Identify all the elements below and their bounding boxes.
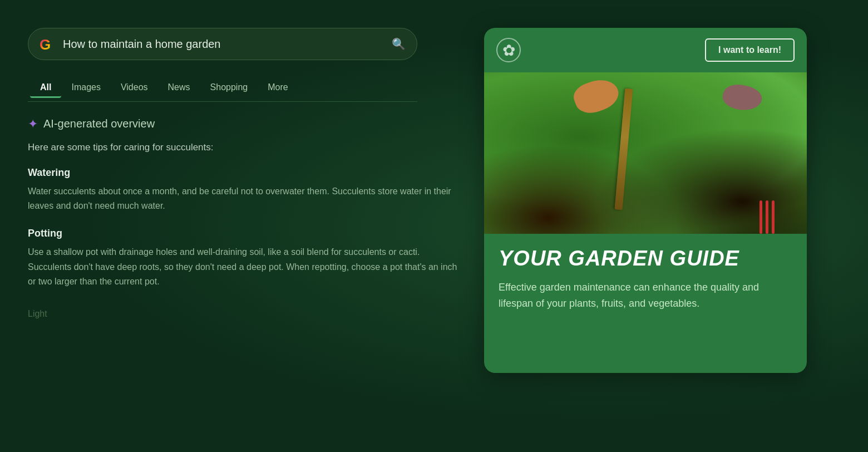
hand-right [720,81,764,115]
ai-overview-header: ✦ AI-generated overview [28,117,462,130]
search-input[interactable] [63,38,392,51]
google-g-letter: G [40,36,51,53]
nav-divider [28,101,417,102]
section-title-potting: Potting [28,228,462,239]
card-heading: YOUR GARDEN GUIDE [499,247,792,271]
tab-more[interactable]: More [258,77,298,98]
ai-star-icon: ✦ [28,118,38,130]
card-content: YOUR GARDEN GUIDE Effective garden maint… [484,234,807,327]
section-body-potting: Use a shallow pot with drainage holes an… [28,245,462,289]
hand-left [570,73,623,117]
left-panel: G 🔍 All Images Videos News Shopping More… [28,28,462,430]
card-description: Effective garden maintenance can enhance… [499,279,792,312]
tab-all[interactable]: All [30,77,61,98]
red-stem-3 [772,200,775,234]
card-top-bar: ✿ I want to learn! [484,28,807,72]
ai-overview-label: AI-generated overview [43,117,155,130]
red-stem-2 [766,200,768,234]
section-title-watering: Watering [28,167,462,179]
nav-tabs: All Images Videos News Shopping More [28,77,462,98]
search-icon[interactable]: 🔍 [392,37,406,51]
google-logo: G [40,36,55,52]
tab-images[interactable]: Images [61,77,110,98]
tab-videos[interactable]: Videos [111,77,158,98]
overview-intro: Here are some tips for caring for succul… [28,140,462,155]
card-logo-ornament: ✿ [496,38,521,62]
tab-news[interactable]: News [158,77,200,98]
search-bar[interactable]: G 🔍 [28,28,417,60]
garden-card: ✿ I want to learn! YOUR GARDEN GUIDE Eff… [484,28,807,373]
tab-shopping[interactable]: Shopping [200,77,258,98]
faded-section: Light [28,309,462,319]
red-stem-1 [760,200,762,234]
right-panel: ✿ I want to learn! YOUR GARDEN GUIDE Eff… [484,28,840,430]
card-image [484,72,807,234]
ornament-icon: ✿ [502,41,515,60]
card-cta-button[interactable]: I want to learn! [705,38,795,62]
red-stems [760,200,775,234]
section-body-watering: Water succulents about once a month, and… [28,184,462,214]
